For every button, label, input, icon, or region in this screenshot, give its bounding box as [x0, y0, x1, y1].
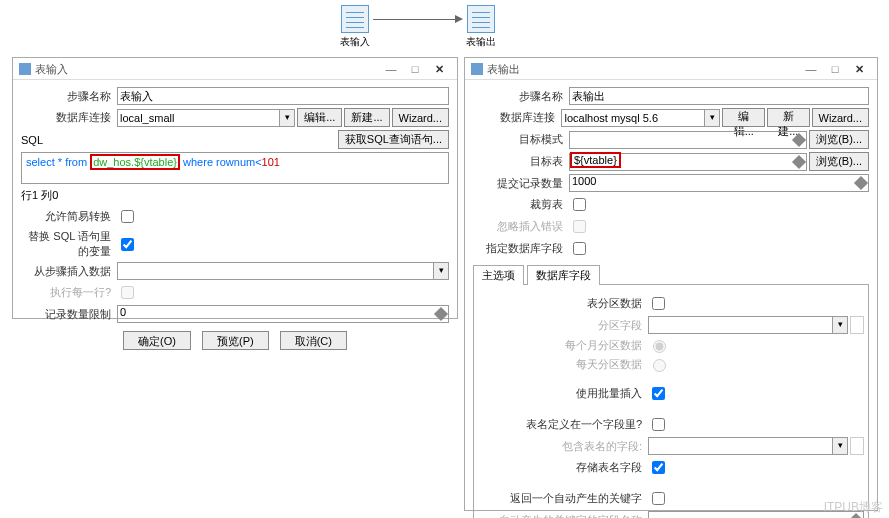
target-schema-input[interactable] — [569, 131, 807, 149]
label-ignore-errors: 忽略插入错误 — [473, 219, 569, 234]
partition-checkbox[interactable] — [652, 297, 665, 310]
diamond-icon — [854, 176, 868, 190]
name-in-field-checkbox[interactable] — [652, 418, 665, 431]
window-icon — [471, 63, 483, 75]
maximize-button[interactable]: □ — [403, 58, 427, 80]
preview-button[interactable]: 预览(P) — [202, 331, 269, 350]
browse-table-button[interactable]: 浏览(B)... — [809, 152, 869, 171]
wizard-button[interactable]: Wizard... — [392, 108, 449, 127]
minimize-button[interactable]: — — [379, 58, 403, 80]
label-specify-fields: 指定数据库字段 — [473, 241, 569, 256]
label-target-schema: 目标模式 — [473, 132, 569, 147]
label-return-key: 返回一个自动产生的关键字 — [478, 491, 648, 506]
label-store-name-field: 存储表名字段 — [478, 460, 648, 475]
label-name-in-field: 表名定义在一个字段里? — [478, 417, 648, 432]
new-button[interactable]: 新建... — [344, 108, 389, 127]
step-name-input[interactable] — [569, 87, 869, 105]
store-name-checkbox[interactable] — [652, 461, 665, 474]
minimize-button[interactable]: — — [799, 58, 823, 80]
label-step-name: 步骤名称 — [473, 89, 569, 104]
from-step-select[interactable]: ▾ — [117, 262, 449, 280]
window-title: 表输入 — [35, 58, 68, 80]
tab-main[interactable]: 主选项 — [473, 265, 524, 285]
label-auto-key-field: 自动产生的关键字的字段名称 — [478, 513, 648, 519]
sql-textarea[interactable]: select * from dw_hos.${vtable} where row… — [21, 152, 449, 184]
label-allow-simple: 允许简易转换 — [21, 209, 117, 224]
diamond-icon — [792, 132, 806, 146]
get-sql-button[interactable]: 获取SQL查询语句... — [338, 130, 449, 149]
window-icon — [19, 63, 31, 75]
maximize-button[interactable]: □ — [823, 58, 847, 80]
replace-vars-checkbox[interactable] — [121, 238, 134, 251]
truncate-checkbox[interactable] — [573, 198, 586, 211]
new-button[interactable]: 新建... — [767, 108, 810, 127]
return-key-checkbox[interactable] — [652, 492, 665, 505]
label-from-step: 从步骤插入数据 — [21, 264, 117, 279]
label-contain-name-field: 包含表名的字段: — [478, 439, 648, 454]
diamond-icon — [850, 316, 864, 334]
tab-bar: 主选项 数据库字段 — [473, 264, 869, 285]
watermark: ITPUB博客 — [824, 499, 883, 516]
table-input-icon — [341, 5, 369, 33]
tab-fields[interactable]: 数据库字段 — [527, 265, 600, 285]
label-per-row: 执行每一行? — [21, 285, 117, 300]
per-day-radio — [653, 359, 666, 372]
specify-fields-checkbox[interactable] — [573, 242, 586, 255]
ok-button[interactable]: 确定(O) — [123, 331, 191, 350]
label-target-table: 目标表 — [473, 154, 569, 169]
db-conn-select[interactable]: ▾ — [117, 109, 295, 127]
titlebar: 表输入 — □ ✕ — [13, 58, 457, 80]
edit-button[interactable]: 编辑... — [297, 108, 342, 127]
label-replace-vars: 替换 SQL 语句里的变量 — [21, 229, 117, 259]
partition-field-select: ▾ — [648, 316, 848, 334]
titlebar: 表输出 — □ ✕ — [465, 58, 877, 80]
label-per-day: 每天分区数据 — [478, 357, 648, 372]
close-button[interactable]: ✕ — [847, 58, 871, 80]
label-step-name: 步骤名称 — [21, 89, 117, 104]
flow-diagram: 表输入 表输出 — [340, 5, 540, 60]
label-db-conn: 数据库连接 — [21, 110, 117, 125]
ignore-errors-checkbox — [573, 220, 586, 233]
label-partition: 表分区数据 — [478, 296, 648, 311]
allow-simple-checkbox[interactable] — [121, 210, 134, 223]
row-limit-input[interactable]: 0 — [117, 305, 449, 323]
db-conn-select[interactable]: ▾ — [561, 109, 720, 127]
table-output-icon — [467, 5, 495, 33]
close-button[interactable]: ✕ — [427, 58, 451, 80]
label-sql: SQL — [21, 134, 336, 146]
label-batch: 使用批量插入 — [478, 386, 648, 401]
cancel-button[interactable]: 取消(C) — [280, 331, 347, 350]
per-month-radio — [653, 340, 666, 353]
diamond-icon — [850, 437, 864, 455]
label-db-conn: 数据库连接 — [473, 110, 561, 125]
contain-name-select: ▾ — [648, 437, 848, 455]
browse-schema-button[interactable]: 浏览(B)... — [809, 130, 869, 149]
diamond-icon — [792, 154, 806, 168]
label-truncate: 裁剪表 — [473, 197, 569, 212]
edit-button[interactable]: 编辑... — [722, 108, 765, 127]
arrow-icon — [373, 5, 463, 33]
status-text: 行1 列0 — [21, 188, 449, 203]
label-row-limit: 记录数量限制 — [21, 307, 117, 322]
wizard-button[interactable]: Wizard... — [812, 108, 869, 127]
label-partition-field: 分区字段 — [478, 318, 648, 333]
label-commit-size: 提交记录数量 — [473, 176, 569, 191]
dialog-table-output: 表输出 — □ ✕ 步骤名称 数据库连接 ▾ 编辑... 新建... Wizar… — [464, 57, 878, 511]
node-table-output[interactable]: 表输出 — [466, 5, 496, 49]
label-per-month: 每个月分区数据 — [478, 338, 648, 353]
window-title: 表输出 — [487, 58, 520, 80]
commit-size-input[interactable]: 1000 — [569, 174, 869, 192]
step-name-input[interactable] — [117, 87, 449, 105]
diamond-icon — [434, 307, 448, 321]
batch-checkbox[interactable] — [652, 387, 665, 400]
target-table-input[interactable]: ${vtable} — [569, 153, 807, 171]
per-row-checkbox — [121, 286, 134, 299]
dialog-table-input: 表输入 — □ ✕ 步骤名称 数据库连接 ▾ 编辑... 新建... Wizar… — [12, 57, 458, 319]
node-table-input[interactable]: 表输入 — [340, 5, 370, 49]
